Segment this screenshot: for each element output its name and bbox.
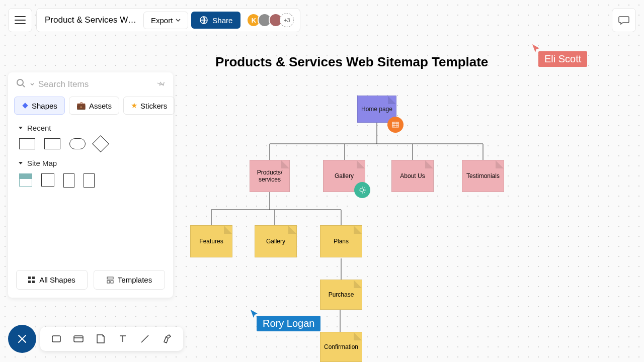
svg-rect-11 — [74, 336, 83, 342]
tab-shapes[interactable]: Shapes — [14, 97, 65, 115]
svg-rect-7 — [107, 277, 113, 279]
briefcase-icon: 💼 — [76, 101, 86, 110]
svg-point-13 — [361, 189, 364, 192]
svg-rect-2 — [22, 103, 28, 108]
button-label: Templates — [118, 276, 152, 284]
tool-card[interactable] — [72, 333, 85, 345]
shape-rect[interactable] — [44, 138, 60, 149]
node-testimonials[interactable]: Testimonials — [462, 160, 504, 192]
svg-rect-10 — [52, 336, 60, 342]
film-icon — [391, 121, 399, 129]
shape-page-filled[interactable] — [19, 173, 32, 187]
templates-button[interactable]: Templates — [94, 270, 165, 290]
section-recent[interactable]: Recent — [8, 119, 173, 135]
tab-stickers[interactable]: ★ Stickers — [123, 97, 175, 115]
node-features[interactable]: Features — [190, 225, 232, 257]
node-gallery2[interactable]: Gallery — [255, 225, 297, 257]
chevron-down-icon — [176, 19, 181, 22]
export-button[interactable]: Export — [143, 12, 188, 29]
node-products[interactable]: Products/ services — [250, 160, 290, 192]
section-label: Site Map — [27, 159, 57, 167]
node-label: Home page — [361, 106, 392, 113]
search-input[interactable] — [38, 79, 156, 89]
tool-note[interactable] — [95, 333, 107, 345]
chat-icon — [618, 14, 630, 26]
shape-page[interactable] — [63, 173, 74, 188]
export-label: Export — [151, 16, 173, 25]
avatars: K +3 — [247, 13, 294, 27]
canvas-title[interactable]: Products & Services Web Sitemap Template — [215, 54, 488, 70]
svg-rect-12 — [392, 122, 398, 127]
search-icon — [16, 78, 26, 90]
shape-pages[interactable] — [84, 173, 95, 188]
tab-label: Shapes — [32, 102, 57, 110]
node-label: Purchase — [329, 291, 354, 298]
node-label: Gallery — [266, 238, 285, 245]
node-confirmation[interactable]: Confirmation — [320, 332, 362, 362]
badge-settings[interactable] — [354, 182, 370, 198]
chat-button[interactable] — [612, 8, 636, 32]
tab-assets[interactable]: 💼 Assets — [69, 97, 119, 115]
svg-rect-8 — [107, 281, 110, 283]
svg-rect-9 — [111, 281, 113, 283]
tool-text[interactable] — [117, 333, 129, 345]
shape-square[interactable] — [41, 173, 54, 187]
node-label: About Us — [400, 172, 425, 179]
node-label: Testimonials — [466, 172, 500, 179]
globe-icon — [199, 16, 208, 25]
menu-button[interactable] — [8, 8, 32, 32]
tool-line[interactable] — [139, 333, 151, 345]
node-label: Plans — [334, 238, 349, 245]
tool-rectangle[interactable] — [50, 333, 62, 345]
share-label: Share — [212, 16, 232, 25]
hamburger-icon — [15, 16, 26, 25]
badge-video[interactable] — [387, 117, 404, 133]
template-icon — [107, 277, 114, 284]
share-button[interactable]: Share — [191, 12, 240, 29]
tab-label: Stickers — [140, 102, 167, 110]
chevron-down-icon — [30, 83, 34, 86]
svg-rect-5 — [28, 281, 31, 283]
svg-rect-6 — [32, 281, 35, 283]
button-label: All Shapes — [39, 276, 75, 284]
shape-diamond[interactable] — [92, 135, 109, 152]
title-bar: Product & Services Web… Export Share K +… — [36, 8, 300, 32]
section-sitemap[interactable]: Site Map — [8, 154, 173, 170]
collaborator-eli: Eli Scott — [538, 51, 587, 67]
node-purchase[interactable]: Purchase — [320, 280, 362, 310]
svg-rect-4 — [32, 277, 35, 279]
close-icon — [17, 334, 27, 344]
shape-rect[interactable] — [19, 138, 35, 149]
avatar-more[interactable]: +3 — [280, 13, 294, 27]
star-icon: ★ — [131, 101, 137, 110]
node-label: Products/ services — [257, 169, 283, 183]
node-about[interactable]: About Us — [391, 160, 434, 192]
document-title[interactable]: Product & Services Web… — [45, 15, 140, 25]
grid-icon — [28, 277, 35, 284]
tab-label: Assets — [89, 102, 112, 110]
triangle-down-icon — [18, 126, 23, 130]
node-label: Gallery — [335, 172, 354, 179]
shapes-panel: Shapes 💼 Assets ★ Stickers Recent Site M… — [8, 72, 173, 298]
close-fab[interactable] — [8, 325, 36, 353]
section-label: Recent — [27, 124, 51, 132]
tool-highlighter[interactable] — [161, 333, 173, 345]
svg-point-1 — [17, 79, 23, 85]
shape-oval[interactable] — [69, 138, 86, 149]
node-plans[interactable]: Plans — [320, 225, 362, 257]
all-shapes-button[interactable]: All Shapes — [16, 270, 88, 290]
triangle-down-icon — [18, 161, 23, 165]
gear-icon — [358, 186, 366, 194]
tool-strip — [40, 327, 183, 351]
node-label: Features — [199, 238, 223, 245]
svg-rect-3 — [28, 277, 31, 279]
node-label: Confirmation — [324, 343, 358, 350]
collaborator-rory: Rory Logan — [257, 316, 320, 331]
diamond-icon — [22, 102, 29, 109]
